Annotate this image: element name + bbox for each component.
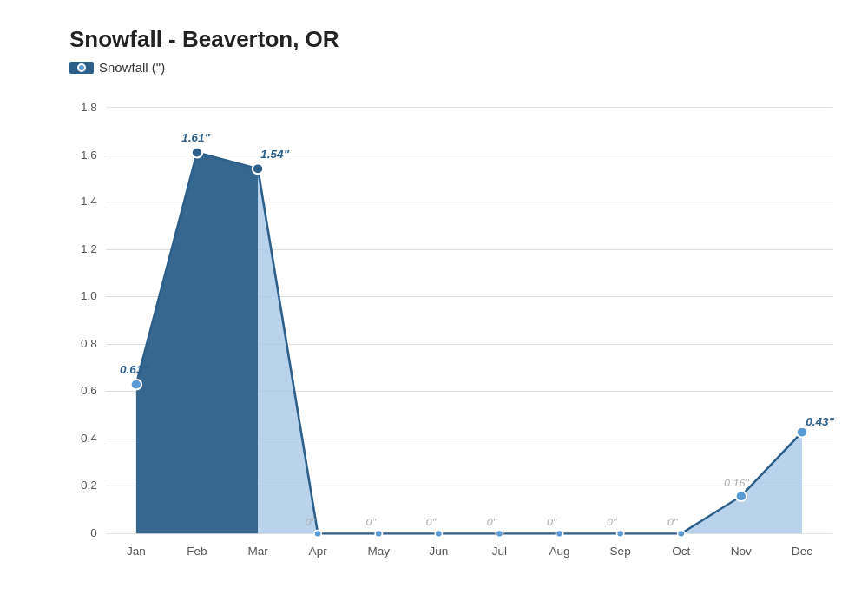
- svg-text:0.2: 0.2: [81, 479, 97, 492]
- dot-jul: [496, 530, 503, 537]
- dot-apr: [314, 530, 321, 537]
- month-sep: Sep: [610, 545, 631, 558]
- legend-dot: [77, 63, 86, 72]
- svg-text:1.8: 1.8: [81, 101, 97, 114]
- svg-text:0.6: 0.6: [81, 385, 97, 398]
- dot-dec: [797, 427, 808, 438]
- label-may: 0": [366, 516, 377, 528]
- month-mar: Mar: [247, 545, 268, 558]
- dot-jun: [435, 530, 442, 537]
- month-apr: Apr: [309, 545, 328, 558]
- chart-container: Snowfall - Beaverton, OR Snowfall (") 0: [0, 0, 868, 608]
- label-nov: 0.16": [724, 478, 750, 490]
- legend: Snowfall ("): [69, 60, 842, 75]
- area-jan-mar: [136, 153, 258, 534]
- month-jan: Jan: [127, 545, 146, 558]
- label-feb: 1.61": [181, 131, 211, 144]
- month-jul: Jul: [492, 545, 507, 558]
- label-dec: 0.43": [806, 415, 835, 428]
- chart-area: 0 0.2 0.4 0.6 0.8 1.0 1.2 1.4 1.6 1.8: [61, 90, 842, 551]
- dot-aug: [556, 530, 562, 537]
- label-jun: 0": [426, 516, 437, 528]
- label-aug: 0": [547, 516, 557, 528]
- legend-label: Snowfall ("): [99, 60, 165, 75]
- month-may: May: [367, 545, 390, 558]
- dot-nov: [736, 491, 747, 501]
- label-jul: 0": [487, 516, 497, 528]
- label-jan: 0.63": [120, 363, 149, 376]
- dot-oct: [678, 530, 685, 537]
- svg-text:0.4: 0.4: [81, 433, 97, 446]
- dot-mar: [253, 163, 264, 174]
- svg-text:0.8: 0.8: [81, 338, 97, 351]
- month-oct: Oct: [672, 545, 690, 558]
- svg-text:0: 0: [90, 527, 97, 540]
- label-apr: 0": [306, 516, 316, 528]
- month-jun: Jun: [429, 545, 448, 558]
- label-mar: 1.54": [260, 148, 290, 161]
- month-nov: Nov: [731, 545, 753, 558]
- month-feb: Feb: [187, 545, 207, 558]
- chart-svg: 0 0.2 0.4 0.6 0.8 1.0 1.2 1.4 1.6 1.8: [61, 90, 842, 551]
- label-sep: 0": [607, 516, 617, 528]
- legend-color-box: [69, 62, 94, 74]
- dot-feb: [192, 148, 203, 158]
- svg-text:1.4: 1.4: [81, 195, 97, 208]
- svg-text:1.6: 1.6: [81, 149, 97, 162]
- svg-text:1.0: 1.0: [81, 290, 97, 303]
- dot-jan: [131, 380, 142, 390]
- dot-sep: [616, 530, 623, 537]
- label-oct: 0": [667, 516, 678, 528]
- month-aug: Aug: [549, 545, 569, 558]
- dot-may: [375, 530, 382, 537]
- svg-text:1.2: 1.2: [81, 243, 97, 256]
- month-dec: Dec: [792, 545, 813, 558]
- chart-title: Snowfall - Beaverton, OR: [69, 26, 842, 53]
